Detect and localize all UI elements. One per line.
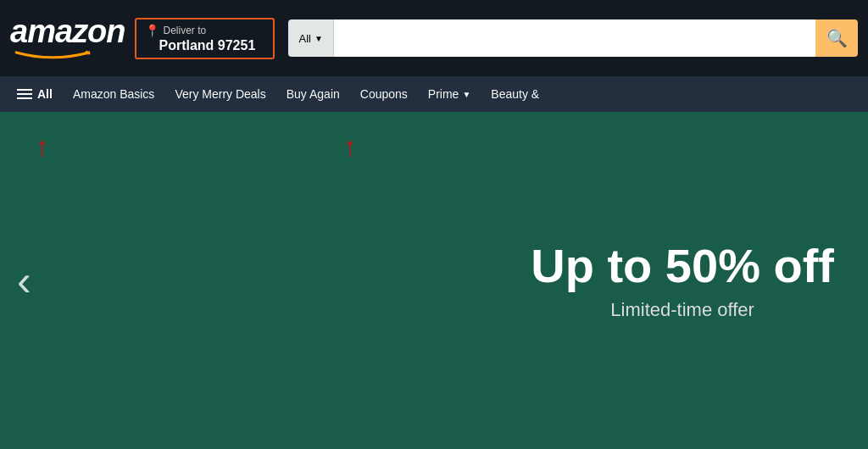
page-wrapper: amazon 📍 Deliver to Portland 97251 All ▼ xyxy=(0,0,868,449)
nav-item-all[interactable]: All xyxy=(7,76,63,112)
navbar: All Amazon Basics Very Merry Deals Buy A… xyxy=(0,76,868,112)
search-input[interactable] xyxy=(334,19,815,57)
search-bar: All ▼ 🔍 xyxy=(288,19,858,57)
header: amazon 📍 Deliver to Portland 97251 All ▼ xyxy=(0,0,868,76)
nav-item-very-merry-deals[interactable]: Very Merry Deals xyxy=(164,76,275,112)
search-icon: 🔍 xyxy=(826,28,848,48)
nav-item-prime[interactable]: Prime ▼ xyxy=(418,76,481,112)
nav-item-coupons[interactable]: Coupons xyxy=(350,76,418,112)
chevron-down-icon: ▼ xyxy=(314,34,323,43)
amazon-logo[interactable]: amazon xyxy=(10,15,125,61)
hero-title: Up to 50% off xyxy=(531,240,834,292)
prime-dropdown-icon: ▼ xyxy=(462,90,470,99)
hero-subtitle: Limited-time offer xyxy=(531,299,834,321)
search-button[interactable]: 🔍 xyxy=(815,19,858,57)
logo-smile-icon xyxy=(10,49,95,61)
location-icon: 📍 xyxy=(145,24,159,37)
search-category-select[interactable]: All ▼ xyxy=(288,19,333,57)
hero-section: ‹ Up to 50% off Limited-time offer xyxy=(0,112,868,449)
hero-prev-button[interactable]: ‹ xyxy=(17,256,31,305)
nav-item-buy-again[interactable]: Buy Again xyxy=(276,76,350,112)
nav-item-amazon-basics[interactable]: Amazon Basics xyxy=(63,76,164,112)
deliver-label: 📍 Deliver to xyxy=(145,24,206,37)
deliver-to-box[interactable]: 📍 Deliver to Portland 97251 xyxy=(135,18,275,59)
hero-content: Up to 50% off Limited-time offer xyxy=(531,240,868,321)
logo-text: amazon xyxy=(10,15,125,47)
nav-item-beauty[interactable]: Beauty & xyxy=(481,76,549,112)
hamburger-icon xyxy=(17,89,32,99)
search-category-label: All xyxy=(298,32,310,45)
deliver-location: Portland 97251 xyxy=(145,38,255,53)
nav-all-label: All xyxy=(37,87,53,101)
